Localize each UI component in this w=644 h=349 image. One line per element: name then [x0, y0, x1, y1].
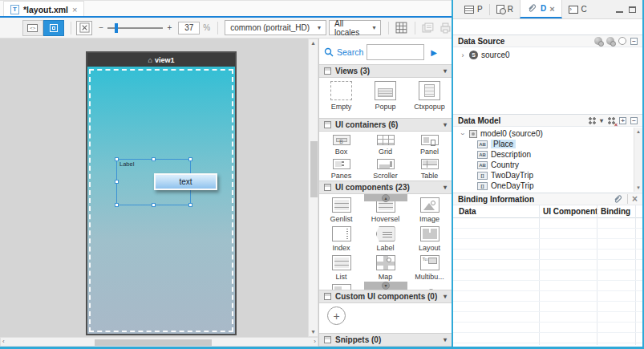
maximize-icon[interactable]: [629, 6, 636, 13]
tab-resources[interactable]: R: [490, 0, 520, 18]
palette-item-multibutton[interactable]: Multibu...: [407, 252, 452, 281]
zoom-out-icon[interactable]: −: [99, 23, 103, 32]
close-icon[interactable]: ×: [72, 6, 77, 14]
palette-item-map[interactable]: Map: [363, 252, 407, 281]
tab-data-binding[interactable]: D ×: [520, 0, 562, 18]
column-header-data[interactable]: Data: [459, 207, 476, 216]
scroll-up-icon[interactable]: ▴: [311, 40, 314, 47]
palette-item-layout[interactable]: Layout: [407, 223, 452, 252]
collapse-caret-icon[interactable]: ▾: [444, 336, 447, 343]
chevron-down-icon[interactable]: ▾: [600, 117, 603, 124]
button-widget[interactable]: text: [154, 173, 217, 190]
collapse-caret-icon[interactable]: ▾: [444, 67, 447, 75]
resize-handle[interactable]: [152, 203, 156, 207]
data-model-scrollbar[interactable]: ▴ ▾: [634, 128, 642, 192]
collapse-caret-icon[interactable]: ▾: [444, 184, 447, 191]
containers-section-header[interactable]: UI containers (6) ▾: [319, 118, 452, 132]
zoom-slider-thumb[interactable]: [115, 23, 118, 33]
grid-toggle-icon[interactable]: [395, 22, 407, 34]
tab-console[interactable]: › C: [562, 0, 593, 18]
model-field-row[interactable]: AB Country: [477, 160, 519, 170]
palette-item-label-widget[interactable]: Label: [363, 223, 407, 252]
collapse-all-icon[interactable]: −: [630, 117, 638, 124]
design-canvas[interactable]: ⌂ view1 Label text: [0, 39, 308, 337]
scroll-up-icon[interactable]: ▴: [637, 128, 640, 135]
model-field-row[interactable]: AB Description: [477, 149, 531, 160]
model-field-row[interactable]: AB Place: [477, 139, 516, 149]
zoom-percent-input[interactable]: [178, 22, 200, 34]
canvas-horizontal-scrollbar[interactable]: ‹ ›: [0, 337, 318, 347]
palette-item-partial[interactable]: [319, 281, 363, 290]
chevron-right-icon[interactable]: ›: [460, 51, 466, 59]
resize-handle[interactable]: [152, 157, 156, 161]
fit-to-screen-button[interactable]: [76, 21, 92, 35]
data-model-root-row[interactable]: › model0 (source0): [460, 128, 543, 139]
palette-item-image[interactable]: Image: [407, 194, 452, 223]
column-header-ui-component[interactable]: UI Component: [543, 207, 597, 216]
palette-item-popup[interactable]: Popup: [363, 78, 407, 118]
vertical-scroll-thumb[interactable]: [310, 141, 318, 197]
chevron-expanded-icon[interactable]: ›: [459, 131, 467, 137]
palette-search-input[interactable]: [367, 44, 424, 60]
snippets-section-header[interactable]: Snippets (0) ▾: [319, 333, 452, 347]
scroll-down-icon[interactable]: ▾: [637, 185, 640, 191]
horizontal-scroll-thumb[interactable]: [95, 339, 212, 346]
add-data-source-icon[interactable]: [594, 37, 602, 45]
inspect-data-source-icon[interactable]: [618, 37, 626, 45]
add-custom-component-button[interactable]: +: [327, 306, 346, 325]
palette-item-box[interactable]: Box: [319, 132, 363, 156]
data-source-root-row[interactable]: › S source0: [460, 50, 510, 60]
palette-item-label: Image: [419, 215, 439, 223]
remove-data-source-icon[interactable]: [606, 37, 614, 45]
expand-all-icon[interactable]: +: [619, 117, 626, 124]
palette-item-grid[interactable]: Grid: [363, 132, 407, 156]
palette-item-list[interactable]: List: [319, 252, 363, 281]
model-field-row[interactable]: [] TwoDayTrip: [477, 170, 533, 181]
column-header-binding[interactable]: Binding: [601, 207, 630, 216]
views-section-header[interactable]: Views (3) ▾: [319, 64, 452, 78]
palette-item-empty[interactable]: Empty: [319, 78, 363, 118]
palette-item-ctxpopup[interactable]: Ctxpopup: [407, 78, 452, 118]
remove-data-model-icon[interactable]: ×: [607, 116, 615, 124]
close-icon[interactable]: ×: [632, 193, 638, 205]
minimize-icon[interactable]: [616, 11, 623, 13]
palette-item-panel[interactable]: Panel: [407, 132, 452, 156]
collapse-all-icon[interactable]: −: [630, 38, 638, 45]
collapse-caret-icon[interactable]: ▾: [444, 293, 447, 300]
palette-scroll-up-hint[interactable]: ▴: [364, 194, 407, 201]
scroll-left-icon[interactable]: ‹: [2, 339, 5, 345]
close-icon[interactable]: ×: [549, 5, 554, 13]
resize-handle[interactable]: [188, 203, 192, 207]
profile-resolution-dropdown[interactable]: common (portrait_HD) ▾: [225, 20, 326, 35]
palette-item-table[interactable]: Table: [407, 156, 452, 180]
scroll-down-icon[interactable]: ▾: [311, 329, 314, 335]
canvas-vertical-scrollbar[interactable]: ▴ ▾: [308, 39, 318, 337]
editor-tab-layout-xml[interactable]: T *layout.xml ×: [3, 1, 84, 17]
add-data-model-icon[interactable]: [588, 116, 596, 124]
resize-handle[interactable]: [115, 203, 119, 207]
search-go-icon[interactable]: ▶: [431, 48, 437, 57]
palette-item-scroller[interactable]: Scroller: [363, 156, 407, 180]
scroll-right-icon[interactable]: ›: [314, 339, 316, 345]
source-view-button[interactable]: <>: [22, 20, 43, 36]
collapse-caret-icon[interactable]: ▾: [444, 121, 447, 128]
custom-section-header[interactable]: Custom UI components (0) ▾: [319, 290, 452, 303]
model-field-row[interactable]: [] OneDayTrip: [477, 181, 534, 191]
palette-item-partial[interactable]: [407, 281, 452, 290]
console-tab-icon: ›: [569, 6, 578, 14]
palette-item-index[interactable]: Index: [319, 223, 363, 252]
resize-handle[interactable]: [115, 157, 119, 161]
zoom-slider[interactable]: [107, 27, 163, 29]
components-section-header[interactable]: UI components (23) ▾: [319, 181, 452, 194]
binding-table-row: [453, 250, 642, 260]
paperclip-icon[interactable]: [613, 194, 623, 205]
locales-dropdown[interactable]: All locales ▾: [329, 20, 381, 35]
zoom-in-icon[interactable]: +: [167, 23, 172, 32]
resize-handle[interactable]: [115, 180, 119, 184]
palette-item-panes[interactable]: Panes: [319, 156, 363, 180]
tab-properties[interactable]: P: [458, 0, 489, 18]
resize-handle[interactable]: [188, 157, 192, 161]
palette-scroll-down-hint[interactable]: ▾: [364, 282, 407, 290]
design-view-button[interactable]: [43, 20, 64, 36]
palette-item-genlist[interactable]: Genlist: [319, 194, 363, 223]
